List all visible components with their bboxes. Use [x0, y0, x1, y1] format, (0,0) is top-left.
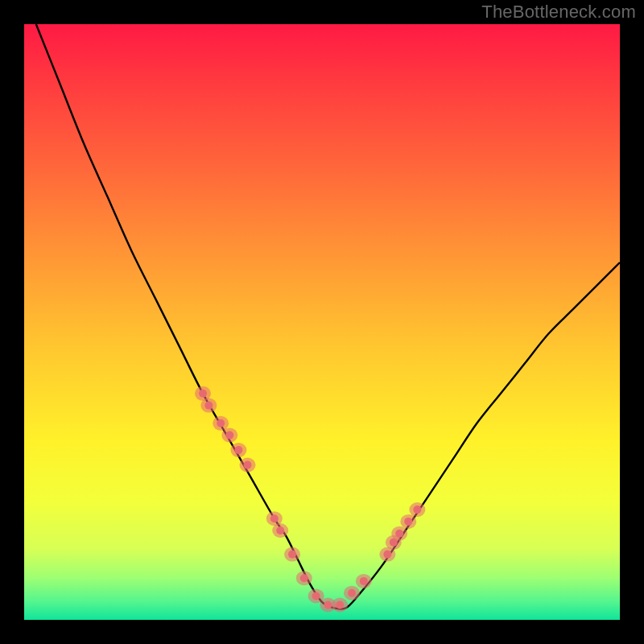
marker-point-core	[234, 446, 242, 454]
marker-point-core	[288, 551, 296, 559]
marker-point-core	[276, 526, 284, 535]
marker-point-core	[395, 530, 403, 538]
watermark-text: TheBottleneck.com	[481, 2, 636, 23]
marker-point-core	[312, 592, 320, 600]
marker-point-core	[300, 574, 308, 582]
marker-point-core	[270, 514, 279, 522]
marker-point-core	[413, 506, 421, 514]
bottleneck-curve	[36, 24, 620, 609]
marker-point-core	[225, 431, 233, 440]
marker-point-core	[217, 419, 225, 427]
marker-point-core	[348, 589, 356, 597]
marker-group	[195, 386, 425, 613]
marker-point-core	[244, 461, 252, 469]
marker-point-core	[336, 601, 344, 609]
marker-point-core	[404, 518, 412, 526]
marker-point-core	[199, 390, 207, 398]
chart-svg	[24, 24, 620, 620]
marker-point-core	[324, 601, 332, 609]
marker-point-core	[360, 577, 368, 585]
marker-point-core	[383, 551, 391, 559]
marker-point-core	[204, 402, 213, 410]
